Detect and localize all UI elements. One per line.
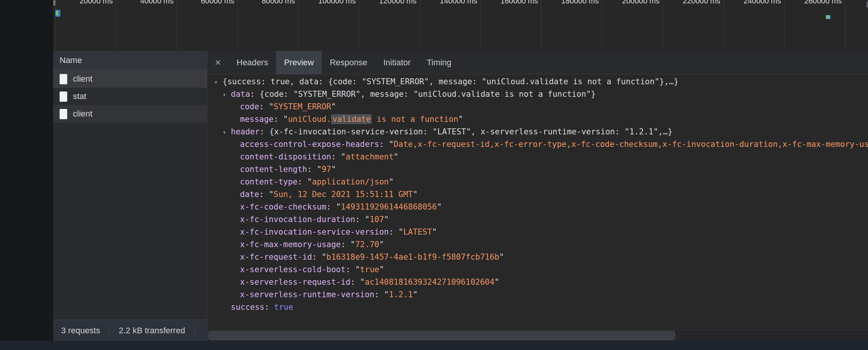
- preview-tree-row[interactable]: x-fc-request-id: "b16318e9-1457-4ae1-b1f…: [207, 251, 868, 263]
- preview-tree-row[interactable]: content-length: "97": [207, 163, 868, 176]
- json-value: ": [389, 140, 394, 149]
- json-value: 72.70: [355, 240, 379, 249]
- timeline-gridline: [420, 0, 420, 51]
- timeline-tick-label: 100000 ms: [299, 0, 356, 5]
- json-value: ": [432, 227, 437, 236]
- timeline-tick-label: 120000 ms: [360, 0, 417, 5]
- json-value: ": [384, 215, 389, 224]
- timeline-gridline: [845, 0, 845, 51]
- timeline-tick-label: 180000 ms: [542, 0, 599, 5]
- json-value: ": [331, 165, 336, 174]
- overview-scrollbar-nub-right[interactable]: [866, 2, 868, 8]
- timeline-gridline: [541, 0, 541, 51]
- preview-tree-row[interactable]: access-control-expose-headers: "Date,x-f…: [207, 138, 868, 151]
- network-summary-bar: 3 requests 2.2 kB transferred: [53, 320, 207, 341]
- json-value: : {x-fc-invocation-service-version: "LAT…: [260, 127, 672, 136]
- json-value: 97: [322, 165, 331, 174]
- requests-table: Name clientstatclient 3 requests 2.2 kB …: [53, 51, 207, 341]
- timeline-gridline: [723, 0, 724, 51]
- preview-tree-row[interactable]: ▾data: {code: "SYSTEM_ERROR", message: "…: [207, 88, 868, 101]
- preview-tree-row[interactable]: code: "SYSTEM_ERROR": [207, 101, 868, 113]
- json-value: :: [298, 177, 307, 186]
- json-value: true: [274, 303, 294, 312]
- timeline-gridline: [237, 0, 238, 51]
- json-key: x-fc-invocation-duration: [240, 215, 355, 224]
- expand-arrow-icon[interactable]: ▾: [223, 126, 231, 139]
- timeline-tick-label: 240000 ms: [724, 0, 781, 5]
- network-overview-timeline[interactable]: 20000 ms40000 ms60000 ms80000 ms100000 m…: [53, 0, 868, 51]
- tab-preview[interactable]: Preview: [276, 51, 322, 74]
- scrollbar-thumb[interactable]: [208, 331, 675, 340]
- json-key: content-length: [240, 165, 307, 174]
- json-value: 107: [369, 215, 384, 224]
- timeline-tick-label: 20000 ms: [56, 0, 113, 5]
- preview-tree-row[interactable]: x-fc-code-checksum: "1493119296144686805…: [207, 201, 868, 213]
- search-highlight: validate: [331, 114, 372, 124]
- preview-tree-row[interactable]: date: "Sun, 12 Dec 2021 15:51:11 GMT": [207, 188, 868, 201]
- json-value: Date,x-fc-request-id,x-fc-error-type,x-f…: [394, 140, 868, 149]
- json-value: :: [331, 152, 341, 161]
- json-value: ": [389, 177, 394, 186]
- json-key: x-fc-invocation-service-version: [240, 227, 389, 236]
- timeline-tick-label: 260000 ms: [785, 0, 842, 5]
- tab-response[interactable]: Response: [322, 51, 375, 74]
- preview-tree-row[interactable]: content-type: "application/json": [207, 176, 868, 188]
- waterfall-request-bar-small[interactable]: [826, 15, 830, 19]
- timeline-tick-label: 200000 ms: [603, 0, 660, 5]
- preview-tree-row[interactable]: x-fc-invocation-service-version: "LATEST…: [207, 226, 868, 238]
- json-value: : {code: "SYSTEM_ERROR", message: "uniCl…: [250, 90, 596, 99]
- tab-initiator[interactable]: Initiator: [375, 51, 418, 74]
- tab-timing[interactable]: Timing: [419, 51, 459, 74]
- preview-horizontal-scrollbar[interactable]: [207, 330, 868, 341]
- json-value: ": [458, 115, 463, 124]
- json-key: access-control-expose-headers: [240, 140, 379, 149]
- preview-tree-row[interactable]: x-fc-invocation-duration: "107": [207, 213, 868, 226]
- timeline-gridline: [663, 0, 663, 51]
- json-value: ": [413, 190, 418, 199]
- close-icon[interactable]: ×: [207, 51, 229, 74]
- tab-headers[interactable]: Headers: [229, 51, 276, 74]
- transferred-size: 2.2 kB transferred: [119, 326, 185, 336]
- json-value: :: [350, 277, 360, 287]
- expand-arrow-icon[interactable]: ▾: [214, 76, 223, 88]
- preview-tree-row[interactable]: content-disposition: "attachment": [207, 151, 868, 163]
- preview-tree-row[interactable]: success: true: [207, 301, 868, 314]
- timeline-tick-label: 160000 ms: [481, 0, 538, 5]
- request-row-client[interactable]: client: [53, 105, 207, 123]
- waterfall-request-bar[interactable]: [55, 10, 60, 17]
- preview-tree-row[interactable]: message: "uniCloud.validate is not a fun…: [207, 113, 868, 126]
- preview-tree-row[interactable]: x-serverless-cold-boot: "true": [207, 263, 868, 276]
- preview-tree-row[interactable]: x-serverless-request-id: "ac140818163932…: [207, 276, 868, 289]
- timeline-gridline: [784, 0, 784, 51]
- json-value: :: [274, 115, 283, 124]
- json-value: :: [355, 215, 365, 224]
- json-value: ": [379, 265, 384, 274]
- json-key: data: [231, 90, 250, 99]
- json-value: ": [355, 265, 360, 274]
- preview-tree-row[interactable]: x-serverless-runtime-version: "1.2.1": [207, 289, 868, 301]
- timeline-gridline: [602, 0, 602, 51]
- requests-count: 3 requests: [61, 326, 100, 336]
- json-value: ": [269, 102, 274, 111]
- json-value: ": [437, 202, 442, 211]
- request-row-stat[interactable]: stat: [53, 88, 207, 105]
- json-value: ": [365, 215, 370, 224]
- json-value: :: [312, 252, 322, 262]
- expand-arrow-icon[interactable]: ▾: [223, 88, 231, 101]
- preview-tree-row[interactable]: x-fc-max-memory-usage: "72.70": [207, 238, 868, 251]
- timeline-tick-label: 140000 ms: [420, 0, 477, 5]
- json-value: :: [374, 290, 384, 299]
- json-value: 1.2.1: [389, 290, 413, 299]
- json-value: ": [394, 152, 399, 161]
- preview-tree-row[interactable]: ▾header: {x-fc-invocation-service-versio…: [207, 126, 868, 138]
- json-key: message: [240, 115, 274, 124]
- preview-json-tree: ▾{success: true, data: {code: "SYSTEM_ER…: [207, 74, 868, 330]
- requests-name-column-header[interactable]: Name: [53, 51, 207, 70]
- json-value: ": [331, 102, 336, 111]
- json-value: is not a function: [372, 115, 458, 124]
- document-icon: [60, 74, 67, 84]
- page-background-bottom: [0, 341, 868, 350]
- json-value: Sun, 12 Dec 2021 15:51:11 GMT: [274, 190, 413, 199]
- preview-tree-row[interactable]: ▾{success: true, data: {code: "SYSTEM_ER…: [207, 76, 868, 88]
- request-row-client[interactable]: client: [53, 70, 207, 88]
